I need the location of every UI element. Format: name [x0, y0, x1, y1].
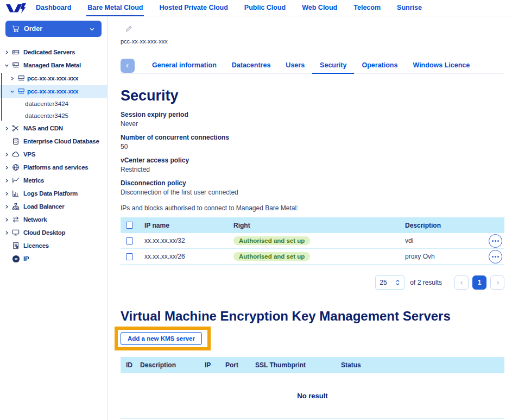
col-description: Description	[405, 222, 489, 229]
tree-item-pcc-1[interactable]: pcc-xx-xx-xxx-xxx	[0, 72, 107, 85]
document-icon	[12, 242, 20, 249]
kms-table-header: ID Description IP Port SSL Thumbprint St…	[121, 357, 504, 373]
tree-item-label: pcc-xx-xx-xxx-xxx	[27, 75, 78, 82]
sidebar-item-network[interactable]: Network	[0, 213, 107, 226]
topnav-telecom[interactable]: Telecom	[352, 0, 382, 16]
col-ssl-thumbprint: SSL Thumbprint	[255, 361, 341, 369]
topnav-hosted-private-cloud[interactable]: Hosted Private Cloud	[158, 0, 229, 16]
page-1-button[interactable]: 1	[472, 275, 486, 290]
load-balancer-icon	[12, 203, 20, 210]
managed-bare-metal-subtree: pcc-xx-xx-xxx-xxx pcc-xx-xx-xxx-xxx data…	[0, 72, 107, 122]
kms-empty-state: No result	[121, 373, 504, 419]
order-button-label: Order	[24, 25, 42, 33]
arrows-icon	[12, 216, 20, 223]
sidebar-item-label: Dedicated Servers	[23, 49, 75, 55]
ip-table: IP name Right Description xx.xx.xx.xx/32…	[121, 217, 504, 265]
col-id: ID	[126, 361, 140, 369]
sidebar-item-label: Logs Data Platform	[23, 190, 78, 197]
tab-operations[interactable]: Operations	[354, 58, 405, 74]
select-all-checkbox[interactable]	[126, 222, 133, 229]
select-arrows-icon	[395, 279, 400, 286]
tab-windows-licence[interactable]: Windows Licence	[405, 58, 477, 74]
chevron-left-icon	[459, 280, 464, 285]
kms-table: ID Description IP Port SSL Thumbprint St…	[121, 357, 504, 419]
ip-badge-icon: IP	[12, 255, 20, 263]
field-label: vCenter access policy	[121, 156, 504, 164]
table-row: xx.xx.xx.xx/26 Authorised and set up pro…	[121, 249, 504, 265]
cell-ip-name: xx.xx.xx.xx/32	[144, 237, 233, 245]
line-chart-icon	[12, 177, 20, 184]
back-button[interactable]	[121, 59, 135, 73]
page-size-value: 25	[380, 279, 387, 286]
edit-pencil-icon[interactable]	[125, 25, 132, 33]
cell-description: proxy Ovh	[405, 253, 489, 260]
sidebar-item-label: Load Balancer	[23, 203, 64, 210]
tab-general-information[interactable]: General information	[144, 58, 224, 74]
col-ip-name: IP name	[144, 222, 233, 229]
ip-table-header: IP name Right Description	[121, 217, 504, 233]
col-description: Description	[140, 361, 205, 369]
chevron-right-icon	[495, 280, 500, 285]
col-ip: IP	[205, 361, 225, 369]
tree-item-pcc-2-selected[interactable]: pcc-xx-xx-xxx-xxx	[0, 85, 107, 98]
chevron-right-icon	[4, 191, 9, 196]
bar-chart-icon	[12, 190, 20, 197]
next-page-button[interactable]	[490, 275, 504, 290]
tab-datacentres[interactable]: Datacentres	[224, 58, 279, 74]
topnav-bare-metal-cloud[interactable]: Bare Metal Cloud	[86, 0, 144, 16]
sidebar-item-metrics[interactable]: Metrics	[0, 174, 107, 187]
field-value: Restricted	[121, 166, 504, 174]
sidebar-item-cloud-desktop[interactable]: Cloud Desktop	[0, 226, 107, 239]
col-status: Status	[341, 361, 504, 369]
sidebar-item-dedicated-servers[interactable]: Dedicated Servers	[0, 46, 107, 59]
managed-bare-metal-icon	[17, 87, 25, 95]
row-actions-button[interactable]	[489, 234, 502, 248]
sidebar-item-label: Network	[23, 216, 47, 223]
monitor-icon	[12, 229, 20, 236]
database-icon	[12, 137, 20, 145]
kms-section-title: Virtual Machine Encryption Key Managemen…	[121, 308, 504, 324]
chevron-right-icon	[10, 76, 15, 81]
tab-security[interactable]: Security	[312, 58, 354, 74]
highlight-annotation: Add a new KMS server	[115, 327, 211, 350]
sidebar-item-logs-data-platform[interactable]: Logs Data Platform	[0, 187, 107, 200]
sidebar-item-ip[interactable]: IP IP	[0, 252, 107, 265]
chevron-right-icon	[4, 178, 9, 183]
chevron-down-icon	[89, 26, 95, 32]
page-size-select[interactable]: 25	[375, 275, 404, 290]
sidebar-item-nas-and-cdn[interactable]: NAS and CDN	[0, 122, 107, 135]
pagination: 25 of 2 results 1	[121, 275, 504, 290]
sidebar-item-vps[interactable]: VPS	[0, 148, 107, 161]
sidebar-item-managed-bare-metal[interactable]: Managed Bare Metal	[0, 59, 107, 72]
row-checkbox[interactable]	[126, 237, 133, 245]
order-button[interactable]: Order	[5, 21, 102, 37]
chevron-right-icon	[4, 165, 9, 170]
tab-bar: General information Datacentres Users Se…	[121, 58, 504, 74]
sidebar-item-enterprise-cloud-database[interactable]: Enterprise Cloud Database	[0, 135, 107, 148]
service-name: pcc-xx-xx-xxx-xxx	[121, 38, 504, 45]
topnav-sunrise[interactable]: Sunrise	[396, 0, 423, 16]
tree-item-datacenter3425[interactable]: datacenter3425	[0, 110, 107, 122]
tree-item-datacenter3424[interactable]: datacenter3424	[0, 98, 107, 110]
ovhcloud-logo[interactable]	[5, 2, 26, 14]
sidebar-item-load-balancer[interactable]: Load Balancer	[0, 200, 107, 213]
topnav-public-cloud[interactable]: Public Cloud	[243, 0, 287, 16]
sidebar-item-licences[interactable]: Licences	[0, 239, 107, 252]
add-kms-server-button[interactable]: Add a new KMS server	[121, 332, 202, 345]
cell-description: vdi	[405, 237, 489, 245]
topnav-web-cloud[interactable]: Web Cloud	[301, 0, 338, 16]
tab-users[interactable]: Users	[278, 58, 312, 74]
results-count: of 2 results	[410, 279, 442, 286]
topnav-dashboard[interactable]: Dashboard	[35, 0, 72, 16]
prev-page-button[interactable]	[454, 275, 469, 290]
field-value: Disconnection of the first user connecte…	[121, 189, 504, 197]
cloud-icon	[12, 151, 20, 158]
sidebar-item-platforms-and-services[interactable]: Platforms and services	[0, 161, 107, 174]
row-checkbox[interactable]	[126, 253, 133, 260]
field-label: Session expiry period	[121, 111, 504, 118]
page-title: Security	[121, 87, 504, 104]
field-label: Disconnection policy	[121, 179, 504, 187]
field-value: 50	[121, 143, 504, 151]
row-actions-button[interactable]	[489, 250, 502, 264]
chevron-left-icon	[125, 63, 130, 68]
